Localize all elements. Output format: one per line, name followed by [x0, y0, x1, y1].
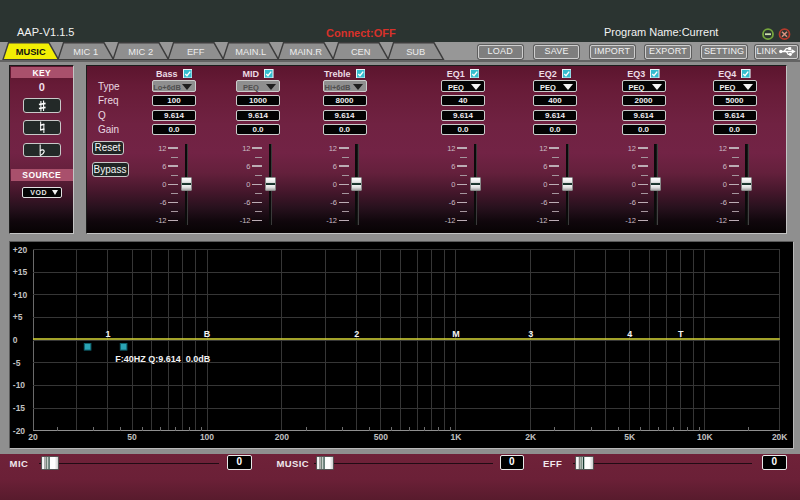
svg-text:2K: 2K	[525, 432, 537, 442]
svg-text:50: 50	[127, 432, 137, 442]
svg-text:200: 200	[275, 432, 289, 442]
svg-text:-15: -15	[13, 403, 26, 413]
svg-text:+5: +5	[13, 312, 23, 322]
svg-text:-20: -20	[13, 425, 26, 435]
svg-text:3: 3	[528, 328, 533, 338]
svg-text:MIC 1: MIC 1	[73, 46, 98, 56]
svg-text:1: 1	[105, 328, 110, 338]
svg-text:0: 0	[13, 335, 18, 345]
svg-text:-10: -10	[13, 380, 26, 390]
svg-text:M: M	[452, 328, 460, 338]
svg-text:+10: +10	[13, 289, 28, 299]
svg-text:10K: 10K	[697, 432, 713, 442]
svg-text:SUB: SUB	[406, 46, 425, 56]
svg-text:2: 2	[354, 328, 359, 338]
svg-text:20K: 20K	[772, 432, 788, 442]
svg-text:+20: +20	[13, 244, 28, 254]
svg-text:MIC 2: MIC 2	[128, 46, 153, 56]
svg-text:+15: +15	[13, 267, 28, 277]
svg-text:F:40HZ Q:9.614 0.0dB: F:40HZ Q:9.614 0.0dB	[115, 353, 211, 363]
svg-text:4: 4	[627, 328, 632, 338]
svg-text:100: 100	[200, 432, 214, 442]
svg-text:-5: -5	[13, 357, 21, 367]
svg-text:5K: 5K	[624, 432, 636, 442]
svg-text:20: 20	[28, 432, 38, 442]
svg-text:MAIN.L: MAIN.L	[235, 46, 266, 56]
svg-text:500: 500	[374, 432, 388, 442]
svg-text:MAIN.R: MAIN.R	[289, 46, 322, 56]
svg-text:MUSIC: MUSIC	[16, 46, 46, 56]
svg-text:EFF: EFF	[187, 46, 205, 56]
svg-text:1K: 1K	[450, 432, 462, 442]
svg-text:B: B	[204, 328, 211, 338]
svg-text:CEN: CEN	[351, 46, 371, 56]
svg-text:T: T	[678, 328, 684, 338]
